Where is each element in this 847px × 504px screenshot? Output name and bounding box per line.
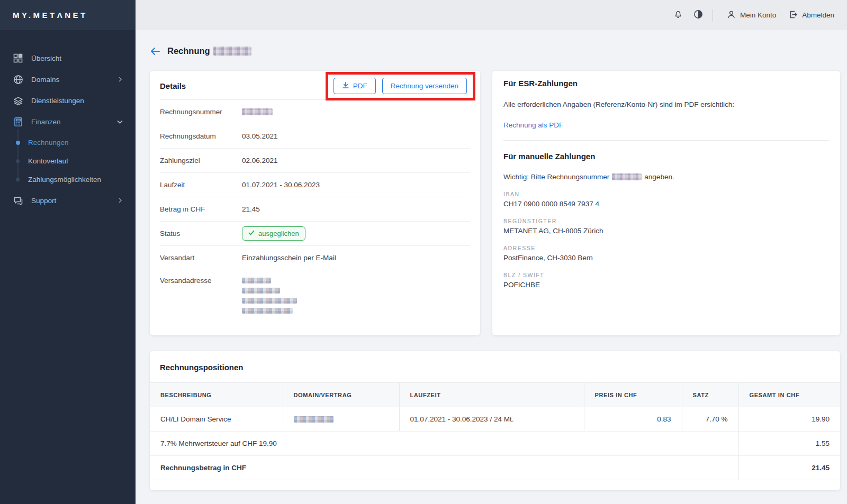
status-badge-label: ausgeglichen — [258, 230, 299, 237]
field-beguenstigter: BEGÜNSTIGTER METANET AG, CH-8005 Zürich — [503, 218, 829, 235]
chevron-down-icon — [117, 119, 123, 125]
sidebar-item-zahlungsmoeglichkeiten[interactable]: Zahlungsmöglichkeiten — [0, 170, 136, 189]
page-title-row: Rechnung — [150, 46, 840, 56]
sidebar-item-rechnungen[interactable]: Rechnungen — [0, 133, 136, 152]
redacted-value — [242, 108, 273, 115]
logout-icon — [789, 10, 798, 21]
esr-title: Für ESR-Zahlungen — [503, 71, 829, 88]
sidebar-item-dienstleistungen[interactable]: Dienstleistungen — [0, 90, 136, 111]
page-title: Rechnung — [167, 46, 251, 56]
field-value: PostFinance, CH-3030 Bern — [503, 254, 829, 262]
detail-row-versandart: Versandart Einzahlungsschein per E-Mail — [160, 246, 470, 270]
abmelden-label: Abmelden — [802, 11, 834, 19]
sidebar-item-kontoverlauf[interactable]: Kontoverlauf — [0, 152, 136, 170]
detail-label: Status — [160, 230, 242, 237]
detail-label: Laufzeit — [160, 181, 242, 189]
field-adresse: ADRESSE PostFinance, CH-3030 Bern — [503, 245, 829, 262]
status-badge: ausgeglichen — [242, 226, 305, 241]
sidebar-subitem-label: Rechnungen — [28, 139, 69, 146]
sidebar-item-label: Dienstleistungen — [31, 97, 84, 105]
sidebar-item-label: Domains — [31, 76, 59, 84]
send-button-label: Rechnung versenden — [391, 82, 458, 90]
details-card-header: Details PDF — [160, 71, 470, 100]
detail-label: Betrag in CHF — [160, 205, 242, 213]
chevron-right-icon — [118, 77, 123, 82]
sidebar-item-support[interactable]: Support — [0, 190, 136, 211]
manual-note-suffix: angeben. — [644, 173, 674, 181]
detail-row-zahlungsziel: Zahlungsziel 02.06.2021 — [160, 149, 470, 173]
page-title-text: Rechnung — [167, 46, 210, 56]
cell-satz: 7.70 % — [682, 407, 738, 432]
sidebar-subitem-label: Kontoverlauf — [28, 157, 68, 165]
bullet-icon — [16, 159, 20, 163]
detail-row-laufzeit: Laufzeit 01.07.2021 - 30.06.2023 — [160, 173, 470, 197]
positions-card: Rechnungspositionen BESCHREIBUNG DOMAIN/… — [150, 351, 840, 490]
redacted-invoice-number-inline — [612, 173, 642, 180]
field-iban: IBAN CH17 0900 0000 8549 7937 4 — [503, 191, 829, 208]
positions-table: BESCHREIBUNG DOMAIN/VERTRAG LAUFZEIT PRE… — [150, 382, 840, 480]
field-label: BLZ / SWIFT — [503, 272, 829, 278]
active-bullet-icon — [16, 141, 20, 145]
vat-label: 7.7% Mehrwertsteuer auf CHF 19.90 — [150, 432, 738, 456]
detail-value: 01.07.2021 - 30.06.2023 — [242, 181, 320, 189]
payment-card: Für ESR-Zahlungen Alle erforderlichen An… — [492, 71, 840, 335]
pdf-download-button[interactable]: PDF — [334, 78, 376, 94]
field-value: CH17 0900 0000 8549 7937 4 — [503, 200, 829, 208]
manual-note-prefix: Wichtig: Bitte Rechnungsnummer — [503, 173, 609, 181]
field-label: BEGÜNSTIGTER — [503, 218, 829, 224]
cell-laufzeit: 01.07.2021 - 30.06.2023 / 24 Mt. — [399, 407, 584, 432]
chevron-right-icon — [118, 198, 123, 203]
sidebar-item-label: Support — [31, 197, 56, 205]
details-actions: PDF Rechnung versenden — [330, 78, 470, 94]
field-label: IBAN — [503, 191, 829, 197]
col-laufzeit: LAUFZEIT — [399, 383, 584, 407]
check-icon — [248, 230, 255, 237]
page-content: Rechnung Details — [136, 30, 847, 504]
field-value: POFICHBE — [503, 281, 829, 289]
layers-icon — [13, 95, 23, 106]
detail-label: Versandart — [160, 254, 242, 262]
detail-label: Rechnungsnummer — [160, 108, 242, 116]
detail-row-versandadresse: Versandadresse — [160, 270, 470, 317]
mein-konto-button[interactable]: Mein Konto — [720, 7, 782, 24]
col-satz: SATZ — [682, 383, 738, 407]
mein-konto-label: Mein Konto — [740, 11, 776, 19]
detail-row-rechnungsdatum: Rechnungsdatum 03.05.2021 — [160, 124, 470, 149]
contrast-icon — [693, 10, 703, 21]
back-button[interactable] — [150, 47, 160, 56]
logo-band: MY.METΛNET — [0, 0, 136, 30]
main-area: Mein Konto Abmelden — [136, 0, 847, 504]
sidebar-subitem-label: Zahlungsmöglichkeiten — [28, 176, 101, 184]
bell-icon — [673, 10, 683, 21]
abmelden-button[interactable]: Abmelden — [782, 7, 841, 24]
manual-note: Wichtig: Bitte Rechnungsnummer angeben. — [503, 173, 829, 181]
details-title: Details — [160, 81, 186, 90]
detail-label: Rechnungsdatum — [160, 132, 242, 140]
detail-row-rechnungsnummer: Rechnungsnummer — [160, 100, 470, 124]
total-row: Rechnungsbetrag in CHF 21.45 — [150, 456, 840, 480]
rechnung-versenden-button[interactable]: Rechnung versenden — [382, 78, 467, 94]
detail-label: Versandadresse — [160, 277, 242, 285]
col-beschreibung: BESCHREIBUNG — [150, 383, 283, 407]
sidebar-item-label: Übersicht — [31, 54, 61, 62]
sidebar-item-label: Finanzen — [31, 118, 61, 126]
col-gesamt: GESAMT IN CHF — [738, 383, 840, 407]
detail-label: Zahlungsziel — [160, 157, 242, 164]
sidebar-nav: Übersicht Domains — [0, 30, 136, 211]
detail-value: 03.05.2021 — [242, 132, 278, 140]
notifications-button[interactable] — [668, 6, 688, 24]
rechnung-als-pdf-link[interactable]: Rechnung als PDF — [503, 121, 563, 129]
pdf-button-label: PDF — [353, 82, 367, 90]
app-root: MY.METΛNET Übersicht — [0, 0, 847, 504]
field-blz-swift: BLZ / SWIFT POFICHBE — [503, 272, 829, 289]
detail-value: 02.06.2021 — [242, 157, 278, 164]
sidebar-item-domains[interactable]: Domains — [0, 69, 136, 90]
sidebar-item-uebersicht[interactable]: Übersicht — [0, 48, 136, 69]
total-value: 21.45 — [738, 456, 840, 480]
brand-logo: MY.METΛNET — [13, 11, 88, 20]
vat-row: 7.7% Mehrwertsteuer auf CHF 19.90 1.55 — [150, 432, 840, 456]
dark-mode-toggle[interactable] — [688, 6, 708, 24]
field-label: ADRESSE — [503, 245, 829, 251]
col-domain-vertrag: DOMAIN/VERTRAG — [283, 383, 399, 407]
sidebar-item-finanzen[interactable]: Finanzen — [0, 111, 136, 132]
